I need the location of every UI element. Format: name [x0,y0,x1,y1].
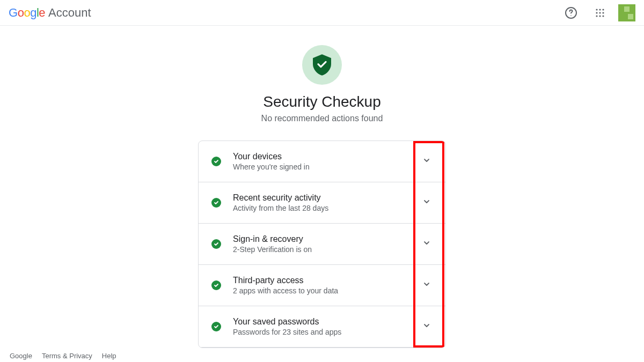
chevron-down-icon[interactable] [423,157,433,166]
checkup-card: Your devices Where you're signed in Rece… [198,141,446,348]
chevron-down-icon[interactable] [423,239,433,249]
svg-point-5 [596,12,597,13]
row-title: Recent security activity [233,193,423,203]
footer: Google Terms & Privacy Help [10,352,116,362]
row-subtitle: 2 apps with access to your data [233,286,423,295]
row-subtitle: Where you're signed in [233,162,423,171]
page-subtitle: No recommended actions found [261,114,383,123]
shield-check-icon [313,54,331,76]
row-your-devices[interactable]: Your devices Where you're signed in [199,141,445,182]
svg-point-1 [570,15,572,16]
main-content: Security Checkup No recommended actions … [0,26,644,348]
row-text: Recent security activity Activity from t… [233,193,423,212]
header-left: G o o g l e Account [9,6,91,20]
check-icon [211,322,221,331]
row-saved-passwords[interactable]: Your saved passwords Passwords for 23 si… [199,306,445,348]
svg-point-7 [602,12,604,13]
check-icon [211,198,221,208]
header-right [560,2,635,24]
row-recent-activity[interactable]: Recent security activity Activity from t… [199,182,445,224]
footer-help-link[interactable]: Help [102,352,116,360]
shield-badge [302,45,342,85]
row-signin-recovery[interactable]: Sign-in & recovery 2-Step Verification i… [199,224,445,265]
chevron-down-icon[interactable] [423,280,433,290]
row-title: Third-party access [233,276,423,285]
row-title: Your saved passwords [233,317,423,327]
row-text: Your devices Where you're signed in [233,152,423,171]
svg-point-2 [596,9,597,10]
row-subtitle: Passwords for 23 sites and apps [233,328,423,336]
row-text: Your saved passwords Passwords for 23 si… [233,317,423,336]
row-title: Your devices [233,152,423,161]
svg-point-9 [599,15,601,17]
check-icon [211,239,221,249]
check-icon [211,157,221,166]
google-logo[interactable]: G o o g l e [9,6,45,20]
svg-point-3 [599,9,601,10]
avatar[interactable] [618,4,635,21]
account-label: Account [48,6,91,20]
svg-point-4 [602,9,604,10]
chevron-down-icon[interactable] [423,198,433,208]
row-text: Sign-in & recovery 2-Step Verification i… [233,234,423,254]
page-title: Security Checkup [263,93,380,110]
help-icon[interactable] [560,2,582,24]
row-title: Sign-in & recovery [233,234,423,244]
row-subtitle: Activity from the last 28 days [233,204,423,212]
footer-terms-link[interactable]: Terms & Privacy [42,352,92,360]
check-icon [211,280,221,290]
svg-point-10 [602,15,604,17]
chevron-down-icon[interactable] [423,322,433,331]
svg-point-6 [599,12,601,13]
footer-google-link[interactable]: Google [10,352,32,360]
app-header: G o o g l e Account [0,0,644,26]
apps-grid-icon[interactable] [589,2,611,24]
svg-point-8 [596,15,597,17]
row-text: Third-party access 2 apps with access to… [233,276,423,295]
row-subtitle: 2-Step Verification is on [233,245,423,254]
row-third-party[interactable]: Third-party access 2 apps with access to… [199,265,445,306]
